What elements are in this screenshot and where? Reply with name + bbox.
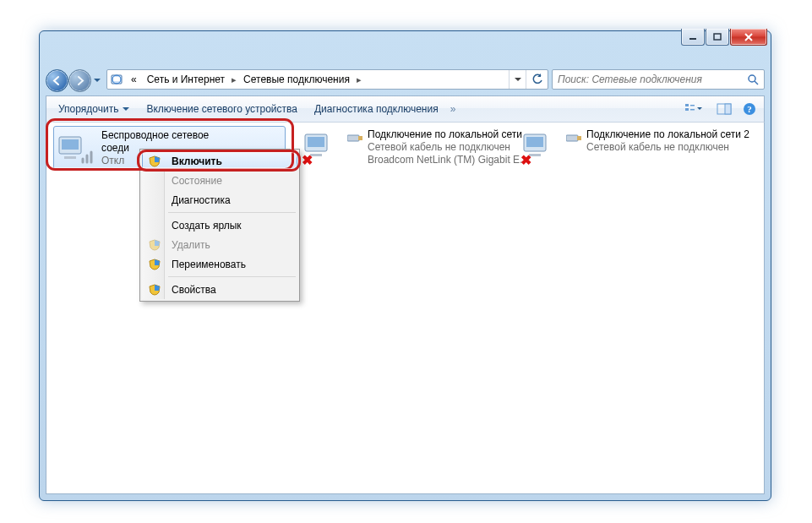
connection-item-lan1[interactable]: ✖ Подключение по локальной сети Сетевой … <box>300 126 532 170</box>
toolbar: Упорядочить Включение сетевого устройств… <box>46 95 765 123</box>
ctx-delete: Удалить <box>142 235 297 254</box>
svg-rect-7 <box>685 104 689 106</box>
connection-item-lan2[interactable]: ✖ Подключение по локальной сети 2 Сетево… <box>519 126 751 170</box>
svg-rect-24 <box>347 135 359 141</box>
adapter-mini-icon <box>566 129 581 144</box>
breadcrumb-prefix[interactable]: « <box>126 70 142 89</box>
chevron-right-icon: ▸ <box>230 74 238 85</box>
shield-icon <box>148 283 161 297</box>
shield-icon <box>148 238 161 252</box>
close-button[interactable] <box>730 29 767 46</box>
chevron-right-icon: ▸ <box>355 74 363 85</box>
svg-rect-1 <box>714 34 721 40</box>
ctx-rename[interactable]: Переименовать <box>142 254 297 274</box>
connection-icon <box>56 128 96 169</box>
connection-title: Подключение по локальной сети 2 <box>586 128 749 141</box>
error-x-icon: ✖ <box>302 152 313 168</box>
address-dropdown[interactable] <box>509 70 526 89</box>
ctx-diagnose[interactable]: Диагностика <box>142 190 297 210</box>
svg-rect-17 <box>64 156 76 159</box>
error-x-icon: ✖ <box>520 152 531 168</box>
svg-rect-27 <box>526 137 543 147</box>
connection-icon: ✖ <box>302 128 342 168</box>
toolbar-more[interactable]: » <box>447 103 460 115</box>
svg-rect-9 <box>690 105 695 106</box>
svg-rect-12 <box>725 104 731 114</box>
address-bar[interactable]: « Сеть и Интернет ▸ Сетевые подключения … <box>106 69 548 90</box>
connection-status: Сетевой кабель не подключен <box>368 141 528 154</box>
connection-title: Подключение по локальной сети <box>368 128 528 141</box>
maximize-button[interactable] <box>706 29 729 46</box>
shield-icon <box>148 155 161 168</box>
diagnose-button[interactable]: Диагностика подключения <box>306 100 447 118</box>
connection-status: Сетевой кабель не подключен <box>586 141 749 154</box>
back-button[interactable] <box>46 69 68 92</box>
location-icon <box>107 70 126 89</box>
svg-point-5 <box>749 75 755 82</box>
ctx-status: Состояние <box>142 171 297 190</box>
svg-rect-29 <box>566 135 578 141</box>
context-menu: Включить Состояние Диагностика Создать я… <box>139 149 300 302</box>
preview-pane-button[interactable] <box>713 99 735 119</box>
shield-icon <box>148 258 161 271</box>
svg-rect-3 <box>113 77 120 81</box>
minimize-button[interactable] <box>681 29 705 46</box>
svg-rect-8 <box>685 108 689 111</box>
ctx-properties[interactable]: Свойства <box>142 280 297 299</box>
nav-history-dropdown[interactable] <box>91 71 103 90</box>
organize-menu[interactable]: Упорядочить <box>50 100 138 118</box>
refresh-button[interactable] <box>526 70 548 89</box>
titlebar[interactable] <box>40 31 771 55</box>
content-area[interactable]: Беспроводное сетевое соеди Откл ✖ Подклю… <box>46 123 765 494</box>
ctx-enable[interactable]: Включить <box>142 151 297 171</box>
search-icon[interactable] <box>742 74 764 85</box>
breadcrumb-part2[interactable]: Сетевые подключения <box>238 70 355 89</box>
svg-rect-16 <box>62 139 79 150</box>
svg-rect-22 <box>308 137 324 147</box>
explorer-window: « Сеть и Интернет ▸ Сетевые подключения … <box>39 30 771 501</box>
breadcrumb-part1[interactable]: Сеть и Интернет <box>142 70 230 89</box>
svg-rect-25 <box>358 136 362 140</box>
forward-button[interactable] <box>68 69 91 92</box>
svg-rect-10 <box>690 109 695 111</box>
svg-text:?: ? <box>747 104 752 114</box>
address-row: « Сеть и Интернет ▸ Сетевые подключения … <box>46 68 765 92</box>
enable-device-button[interactable]: Включение сетевого устройства <box>138 100 306 118</box>
svg-rect-0 <box>689 38 696 40</box>
connection-icon: ✖ <box>520 128 561 168</box>
search-box[interactable] <box>552 69 765 90</box>
svg-rect-30 <box>577 136 581 140</box>
view-options-button[interactable] <box>678 99 710 119</box>
adapter-mini-icon <box>347 129 362 144</box>
connection-adapter: Broadcom NetLink (TM) Gigabit E... <box>368 154 528 166</box>
svg-line-6 <box>755 81 758 84</box>
search-input[interactable] <box>553 74 742 85</box>
connection-title: Беспроводное сетевое <box>101 129 209 142</box>
ctx-shortcut[interactable]: Создать ярлык <box>142 215 297 235</box>
help-button[interactable]: ? <box>738 99 760 119</box>
